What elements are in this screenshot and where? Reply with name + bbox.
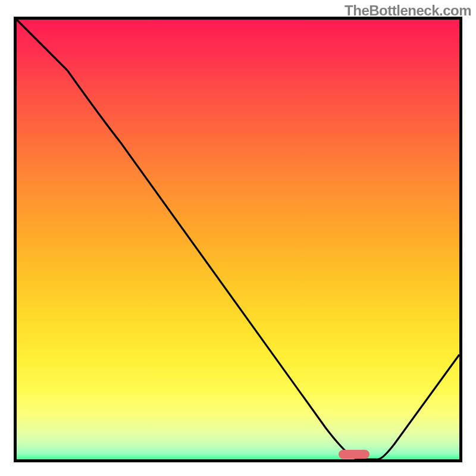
- watermark-text: TheBottleneck.com: [345, 2, 471, 19]
- plot-frame: [14, 17, 462, 462]
- chart-container: TheBottleneck.com: [0, 0, 476, 476]
- bottleneck-line: [14, 17, 462, 462]
- bottleneck-curve-path: [17, 20, 459, 459]
- optimal-marker: [339, 450, 369, 459]
